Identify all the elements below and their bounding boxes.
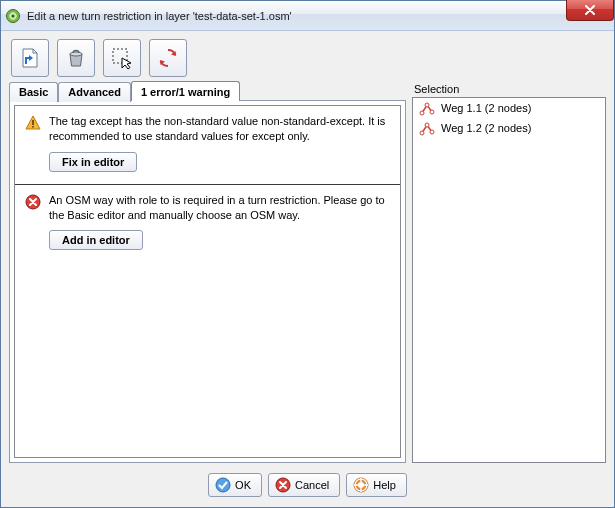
document-arrow-icon: [18, 46, 42, 70]
tab-bar: Basic Advanced 1 error/1 warning: [9, 81, 406, 101]
fix-in-editor-button[interactable]: Fix in editor: [49, 152, 137, 172]
way-icon: [419, 100, 435, 116]
zoom-button[interactable]: [149, 39, 187, 77]
left-column: Basic Advanced 1 error/1 warning The tag…: [9, 81, 406, 463]
dialog-window: Edit a new turn restriction in layer 'te…: [0, 0, 615, 508]
warning-icon: [25, 115, 41, 131]
cancel-label: Cancel: [295, 479, 329, 491]
tab-advanced-label: Advanced: [68, 86, 121, 98]
svg-point-9: [430, 110, 434, 114]
dialog-footer: OK Cancel Help: [1, 467, 614, 507]
cancel-icon: [275, 477, 291, 493]
ok-label: OK: [235, 479, 251, 491]
cancel-button[interactable]: Cancel: [268, 473, 340, 497]
selection-label: Selection: [412, 81, 606, 97]
trash-icon: [64, 46, 88, 70]
warning-message: The tag except has the non-standard valu…: [15, 106, 400, 184]
new-restriction-button[interactable]: [11, 39, 49, 77]
svg-point-12: [430, 130, 434, 134]
svg-point-10: [420, 131, 424, 135]
list-item[interactable]: Weg 1.2 (2 nodes): [413, 118, 605, 138]
close-icon: [584, 5, 596, 15]
right-column: Selection Weg 1.1 (2 nodes) Weg 1.2 (2 n…: [412, 81, 606, 463]
selection-list[interactable]: Weg 1.1 (2 nodes) Weg 1.2 (2 nodes): [412, 97, 606, 463]
way-icon: [419, 120, 435, 136]
tab-basic-label: Basic: [19, 86, 48, 98]
svg-rect-4: [32, 120, 34, 125]
svg-point-13: [216, 478, 230, 492]
list-item[interactable]: Weg 1.1 (2 nodes): [413, 98, 605, 118]
ok-button[interactable]: OK: [208, 473, 262, 497]
error-message: An OSM way with role to is required in a…: [15, 185, 400, 263]
help-label: Help: [373, 479, 396, 491]
svg-point-1: [12, 14, 15, 17]
add-in-editor-button[interactable]: Add in editor: [49, 230, 143, 250]
tab-advanced[interactable]: Advanced: [58, 82, 131, 102]
svg-point-11: [425, 123, 429, 127]
ok-icon: [215, 477, 231, 493]
error-text: An OSM way with role to is required in a…: [49, 193, 390, 223]
list-item-label: Weg 1.1 (2 nodes): [441, 102, 531, 114]
delete-button[interactable]: [57, 39, 95, 77]
svg-point-8: [425, 103, 429, 107]
svg-rect-5: [32, 126, 34, 128]
error-icon: [25, 194, 41, 210]
titlebar[interactable]: Edit a new turn restriction in layer 'te…: [1, 1, 614, 31]
tab-basic[interactable]: Basic: [9, 82, 58, 102]
tab-body: The tag except has the non-standard valu…: [9, 100, 406, 463]
select-button[interactable]: [103, 39, 141, 77]
selection-cursor-icon: [110, 46, 134, 70]
help-button[interactable]: Help: [346, 473, 407, 497]
help-icon: [353, 477, 369, 493]
refresh-arrows-icon: [156, 46, 180, 70]
window-close-button[interactable]: [566, 0, 614, 21]
tab-errors-label: 1 error/1 warning: [141, 86, 230, 98]
warning-text: The tag except has the non-standard valu…: [49, 114, 390, 144]
toolbar: [1, 31, 614, 81]
app-icon: [5, 8, 21, 24]
svg-point-2: [70, 52, 82, 56]
svg-point-7: [420, 111, 424, 115]
tab-errors[interactable]: 1 error/1 warning: [131, 81, 240, 101]
list-item-label: Weg 1.2 (2 nodes): [441, 122, 531, 134]
window-title: Edit a new turn restriction in layer 'te…: [27, 10, 610, 22]
content-area: Basic Advanced 1 error/1 warning The tag…: [1, 81, 614, 467]
